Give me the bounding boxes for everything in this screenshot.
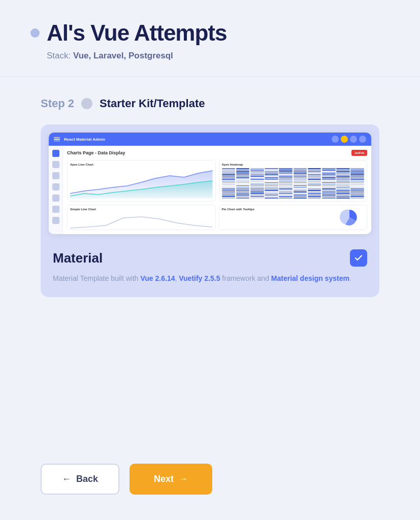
heatmap-cell xyxy=(279,171,293,172)
heatmap-cell xyxy=(236,179,250,180)
heatmap-cell xyxy=(250,185,264,186)
heatmap-cell xyxy=(279,194,293,196)
heatmap-cell xyxy=(265,196,278,197)
heatmap-cell xyxy=(294,188,307,189)
heatmap-cell xyxy=(279,182,293,183)
heatmap-cell xyxy=(250,171,264,172)
simple-line-chart: Simple Line Chart xyxy=(67,205,216,230)
heatmap-cell xyxy=(222,181,236,182)
heatmap-cell xyxy=(236,182,250,183)
heatmap-cell xyxy=(236,190,250,191)
heatmap-cell xyxy=(265,177,278,178)
heatmap-cell xyxy=(250,179,264,180)
heatmap-cell xyxy=(336,187,350,188)
back-button[interactable]: ← Back xyxy=(41,464,119,495)
heatmap-cell xyxy=(294,184,307,185)
footer-buttons: ← Back Next → xyxy=(0,448,420,520)
heatmap-cell xyxy=(350,193,364,194)
heatmap-cell xyxy=(222,193,236,194)
heatmap-cell xyxy=(265,182,278,183)
heatmap-cell xyxy=(265,176,278,177)
card-name-row: Material xyxy=(53,249,367,267)
sidebar-icon-home xyxy=(52,150,59,157)
header-subtitle: Stack: Vue, Laravel, Postgresql xyxy=(30,51,173,61)
heatmap-cell xyxy=(336,170,350,171)
heatmap-cell xyxy=(322,181,336,182)
heatmap-cell xyxy=(322,196,336,197)
heatmap-cell xyxy=(222,176,236,177)
card-info: Material Material Template built with Vu… xyxy=(49,244,371,289)
heatmap-cell xyxy=(294,173,307,174)
dashboard-body: Charts Page - Data Display Jan/Feb Apex … xyxy=(49,146,371,234)
heatmap-cell xyxy=(294,177,307,178)
next-button[interactable]: Next → xyxy=(130,464,212,495)
heatmap-cell xyxy=(308,173,321,174)
sidebar-icon-2 xyxy=(52,161,59,168)
heatmap-cell xyxy=(350,187,364,188)
heatmap-cell xyxy=(294,187,307,188)
heatmap-cell xyxy=(279,174,293,175)
heatmap-cell xyxy=(322,174,336,175)
heatmap-cell xyxy=(336,184,350,185)
heatmap-cell xyxy=(308,188,321,189)
dash-page-header: Charts Page - Data Display Jan/Feb xyxy=(67,150,367,156)
heatmap-cell xyxy=(294,190,307,191)
heatmap-cell xyxy=(222,177,236,178)
heatmap-cell xyxy=(265,171,278,172)
heatmap-cell xyxy=(222,196,236,197)
heatmap-cell xyxy=(222,194,236,196)
back-label: Back xyxy=(76,474,98,484)
heatmap-cell xyxy=(308,196,321,197)
page-header: Al's Vue Attempts Stack: Vue, Laravel, P… xyxy=(0,0,420,77)
sidebar-icon-6 xyxy=(52,206,59,213)
chart2-title: Apex Heatmap xyxy=(222,163,365,166)
highlight-vue: Vue 2.6.14 xyxy=(140,274,175,282)
template-card[interactable]: React Material Admin xyxy=(41,124,379,297)
heatmap-cell xyxy=(322,184,336,185)
heatmap-cell xyxy=(222,187,236,188)
heatmap-cell xyxy=(350,174,364,175)
heatmap-cell xyxy=(294,182,307,183)
heatmap-cell xyxy=(265,198,278,199)
heatmap-cell xyxy=(222,171,236,172)
heatmap-cell xyxy=(294,174,307,175)
hamburger-icon xyxy=(54,137,60,142)
heatmap-cell xyxy=(236,187,250,188)
sidebar-icon-5 xyxy=(52,194,59,202)
heatmap-cell xyxy=(350,181,364,182)
heatmap-cell xyxy=(236,177,250,178)
heatmap-cell xyxy=(279,181,293,182)
heatmap-cell xyxy=(294,191,307,192)
heatmap-cell xyxy=(336,173,350,174)
heatmap-cell xyxy=(350,198,364,199)
heatmap-cell xyxy=(322,176,336,177)
heatmap-cell xyxy=(336,168,350,169)
stack-info: Vue, Laravel, Postgresql xyxy=(73,51,173,60)
heatmap-cell xyxy=(308,191,321,192)
next-label: Next xyxy=(154,474,174,484)
heatmap-cell xyxy=(236,176,250,177)
heatmap-cell xyxy=(236,173,250,174)
heatmap-cell xyxy=(236,188,250,189)
heatmap-cell xyxy=(236,198,250,199)
heatmap-cell xyxy=(222,185,236,186)
heatmap-cell xyxy=(350,171,364,172)
heatmap-cell xyxy=(308,198,321,199)
heatmap-cell xyxy=(322,171,336,172)
heatmap-cell xyxy=(222,170,236,171)
heatmap-cell xyxy=(236,191,250,192)
heatmap-cell xyxy=(279,177,293,178)
heatmap-cell xyxy=(222,191,236,192)
heatmap-cell xyxy=(350,182,364,183)
heatmap-cell xyxy=(236,171,250,172)
heatmap-cell xyxy=(294,179,307,180)
heatmap-cell xyxy=(336,191,350,192)
heatmap-cell xyxy=(250,187,264,188)
heatmap-cell xyxy=(222,188,236,189)
heatmap-cell xyxy=(350,170,364,171)
heatmap-cell xyxy=(308,177,321,178)
heatmap-cell xyxy=(265,190,278,191)
heatmap-grid xyxy=(222,168,365,199)
heatmap-cell xyxy=(336,185,350,186)
card-description: Material Template built with Vue 2.6.14,… xyxy=(53,273,367,284)
